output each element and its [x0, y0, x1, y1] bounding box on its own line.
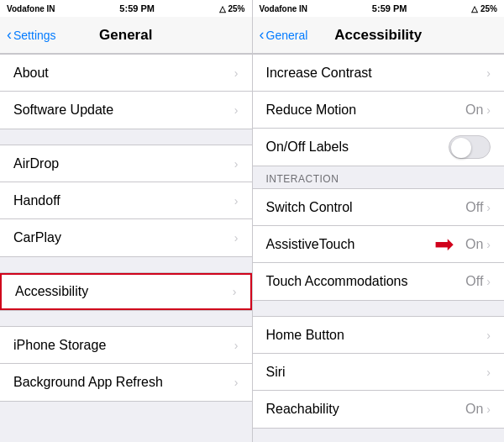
left-group-4: iPhone Storage › Background App Refresh …: [0, 326, 252, 402]
right-nav-title: Accessibility: [334, 27, 422, 44]
siri-item[interactable]: Siri ›: [253, 354, 505, 391]
left-back-button[interactable]: ‹ Settings: [7, 26, 56, 44]
toggle-knob: [451, 138, 471, 158]
left-time: 5:59 PM: [119, 3, 155, 13]
list-item[interactable]: AirDrop ›: [0, 145, 252, 182]
chevron-right-icon: ›: [486, 329, 491, 342]
chevron-right-icon: ›: [234, 157, 239, 171]
right-panel: Vodafone IN 5:59 PM △ 25% ‹ General Acce…: [253, 0, 505, 442]
left-panel: Vodafone IN 5:59 PM △ 25% ‹ Settings Gen…: [0, 0, 252, 442]
left-nav-bar: ‹ Settings General: [0, 17, 252, 54]
accessibility-list-item[interactable]: Accessibility ›: [0, 273, 252, 310]
reduce-motion-item[interactable]: Reduce Motion On ›: [253, 92, 505, 129]
chevron-right-icon: ›: [234, 231, 239, 245]
assistive-touch-item[interactable]: AssistiveTouch On › ➡: [253, 226, 505, 263]
list-item[interactable]: Handoff ›: [0, 182, 252, 219]
list-item[interactable]: Software Update ›: [0, 92, 252, 129]
on-off-toggle[interactable]: [449, 135, 491, 159]
left-back-label: Settings: [13, 29, 56, 42]
list-item[interactable]: About ›: [0, 55, 252, 92]
list-item[interactable]: Background App Refresh ›: [0, 364, 252, 401]
chevron-right-icon: ›: [234, 103, 239, 117]
section-gap: [253, 301, 505, 316]
right-group-top: Increase Contrast › Reduce Motion On › O…: [253, 54, 505, 166]
chevron-right-icon: ›: [486, 366, 491, 379]
section-gap: [0, 257, 252, 272]
right-carrier: Vodafone IN: [260, 4, 308, 13]
chevron-right-icon: ›: [486, 201, 491, 214]
right-status-bar: Vodafone IN 5:59 PM △ 25%: [253, 0, 505, 17]
chevron-right-icon: ›: [233, 285, 237, 298]
right-group-interaction: Switch Control Off › AssistiveTouch On ›…: [253, 188, 505, 301]
switch-control-item[interactable]: Switch Control Off ›: [253, 189, 505, 226]
chevron-right-icon: ›: [486, 103, 491, 117]
list-item[interactable]: iPhone Storage ›: [0, 327, 252, 364]
reachability-item[interactable]: Reachability On ›: [253, 391, 505, 428]
interaction-section-header: INTERACTION: [253, 166, 505, 188]
home-button-item[interactable]: Home Button ›: [253, 317, 505, 354]
left-group-1: About › Software Update ›: [0, 54, 252, 129]
left-group-2: AirDrop › Handoff › CarPlay ›: [0, 145, 252, 257]
touch-accommodations-item[interactable]: Touch Accommodations Off ›: [253, 263, 505, 300]
chevron-right-icon: ›: [486, 66, 491, 80]
chevron-right-icon: ›: [486, 275, 491, 288]
right-battery: △ 25%: [471, 4, 497, 13]
left-group-3: Accessibility ›: [0, 272, 252, 311]
left-nav-title: General: [99, 27, 152, 44]
left-settings-list: About › Software Update › AirDrop ›: [0, 54, 252, 442]
list-item[interactable]: Increase Contrast ›: [253, 55, 505, 92]
right-group-bottom: Home Button › Siri › Reachability On ›: [253, 316, 505, 429]
left-battery: △ 25%: [219, 4, 245, 13]
chevron-right-icon: ›: [234, 66, 239, 80]
chevron-right-icon: ›: [486, 238, 491, 251]
right-time: 5:59 PM: [372, 3, 407, 13]
chevron-right-icon: ›: [234, 376, 239, 389]
list-item[interactable]: CarPlay ›: [0, 219, 252, 256]
left-carrier: Vodafone IN: [7, 4, 55, 13]
right-settings-list: Increase Contrast › Reduce Motion On › O…: [253, 54, 505, 442]
chevron-right-icon: ›: [486, 403, 491, 416]
on-off-labels-item[interactable]: On/Off Labels: [253, 129, 505, 166]
section-gap: [0, 311, 252, 326]
left-status-bar: Vodafone IN 5:59 PM △ 25%: [0, 0, 252, 17]
right-back-label: General: [266, 29, 308, 42]
right-chevron-icon: ‹: [260, 26, 265, 44]
chevron-right-icon: ›: [234, 339, 239, 352]
section-gap: [0, 129, 252, 145]
right-back-button[interactable]: ‹ General: [260, 26, 308, 44]
right-nav-bar: ‹ General Accessibility: [253, 17, 505, 54]
chevron-right-icon: ›: [234, 194, 239, 208]
red-arrow-icon: ➡: [434, 230, 454, 258]
left-chevron-icon: ‹: [7, 26, 12, 44]
